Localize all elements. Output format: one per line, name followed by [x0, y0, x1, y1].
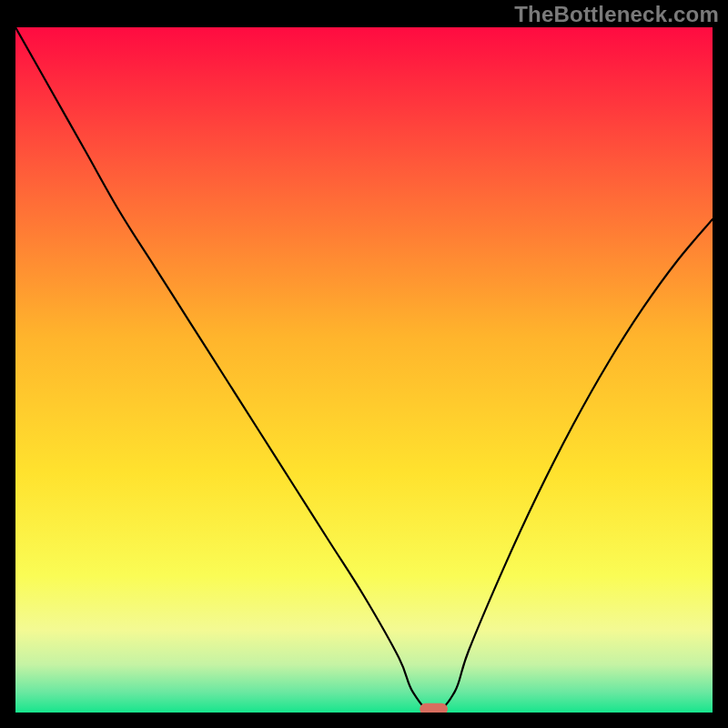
bottleneck-chart — [15, 27, 713, 713]
watermark-text: TheBottleneck.com — [514, 2, 719, 27]
optimal-marker — [420, 703, 448, 713]
plot-area — [15, 27, 713, 713]
chart-frame: TheBottleneck.com — [0, 0, 728, 728]
gradient-background — [15, 27, 713, 713]
